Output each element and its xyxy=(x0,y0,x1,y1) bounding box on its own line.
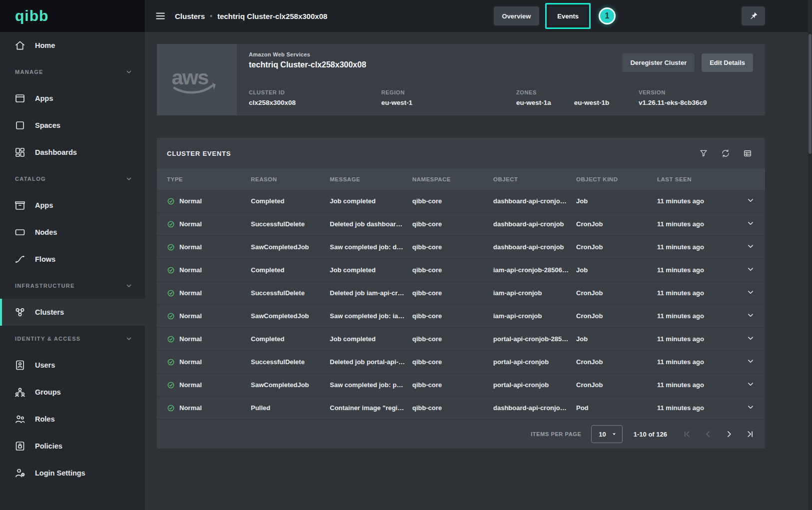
field-cluster-id: CLUSTER ID clx258x300x08 xyxy=(249,89,381,106)
event-namespace: qibb-core xyxy=(412,289,493,297)
column-header-reason[interactable]: REASON xyxy=(251,176,330,182)
cluster-card-actions: Deregister Cluster Edit Details xyxy=(622,51,753,72)
sidebar-item-apps[interactable]: Apps xyxy=(0,85,145,112)
sidebar-item-apps[interactable]: Apps xyxy=(0,192,145,219)
column-header-message[interactable]: MESSAGE xyxy=(330,176,412,182)
row-expand-chevron-icon[interactable] xyxy=(746,242,755,252)
table-row[interactable]: NormalSawCompletedJobSaw completed job: … xyxy=(157,305,765,328)
event-reason: SawCompletedJob xyxy=(251,243,330,251)
table-row[interactable]: NormalSawCompletedJobSaw completed job: … xyxy=(157,374,765,397)
field-label: VERSION xyxy=(639,89,753,95)
table-row[interactable]: NormalCompletedJob completedqibb-coreiam… xyxy=(157,259,765,282)
table-row[interactable]: NormalSuccessfulDeleteDeleted job portal… xyxy=(157,351,765,374)
sidebar-item-home[interactable]: Home xyxy=(0,32,145,59)
sidebar-item-users[interactable]: Users xyxy=(0,352,145,379)
aws-logo-text: aws xyxy=(172,66,209,89)
event-last-seen: 11 minutes ago xyxy=(657,289,732,297)
scrollbar-thumb[interactable] xyxy=(809,34,812,154)
row-expand-chevron-icon[interactable] xyxy=(746,334,755,344)
table-row[interactable]: NormalSuccessfulDeleteDeleted job dashbo… xyxy=(157,213,765,236)
event-reason: SawCompletedJob xyxy=(251,381,330,389)
breadcrumb-section[interactable]: Clusters xyxy=(175,12,205,20)
event-type: Normal xyxy=(167,197,251,205)
table-footer: ITEMS PER PAGE 10 1-10 of 126 xyxy=(157,420,765,449)
qibb-logo[interactable]: qibb xyxy=(15,7,48,24)
sidebar-section-infrastructure[interactable]: INFRASTRUCTURE xyxy=(0,273,145,299)
event-namespace: qibb-core xyxy=(412,381,493,389)
refresh-button[interactable] xyxy=(721,149,730,158)
breadcrumb-page: techtriq Cluster-clx258x300x08 xyxy=(217,12,327,20)
edit-details-button[interactable]: Edit Details xyxy=(702,53,753,72)
row-expand-chevron-icon[interactable] xyxy=(746,288,755,298)
table-row[interactable]: NormalCompletedJob completedqibb-coredas… xyxy=(157,190,765,213)
sidebar-item-spaces[interactable]: Spaces xyxy=(0,112,145,139)
sidebar-item-label: Apps xyxy=(35,201,53,209)
items-per-page-label: ITEMS PER PAGE xyxy=(531,431,581,437)
scrollbar[interactable] xyxy=(808,0,812,510)
sidebar-item-clusters[interactable]: Clusters xyxy=(0,299,145,326)
event-type: Normal xyxy=(167,266,251,274)
event-type: Normal xyxy=(167,220,251,228)
sidebar-item-flows[interactable]: Flows xyxy=(0,246,145,273)
row-expand-chevron-icon[interactable] xyxy=(746,265,755,275)
event-object-kind: CronJob xyxy=(576,358,657,366)
hamburger-icon xyxy=(155,10,166,21)
sidebar-section-identity-access[interactable]: IDENTITY & ACCESS xyxy=(0,326,145,352)
row-expand-chevron-icon[interactable] xyxy=(746,403,755,413)
pin-button[interactable] xyxy=(742,6,765,25)
sidebar-item-dashboards[interactable]: Dashboards xyxy=(0,139,145,166)
event-object-kind: Job xyxy=(576,197,657,205)
items-per-page-value: 10 xyxy=(599,431,606,438)
event-object-kind: Job xyxy=(576,266,657,274)
sidebar-item-groups[interactable]: Groups xyxy=(0,379,145,406)
sidebar-item-roles[interactable]: Roles xyxy=(0,406,145,433)
topbar: Clusters • techtriq Cluster-clx258x300x0… xyxy=(145,0,812,32)
prev-page-button[interactable] xyxy=(701,427,715,441)
sidebar-item-login-settings[interactable]: Login Settings xyxy=(0,460,145,487)
row-expand-chevron-icon[interactable] xyxy=(746,380,755,390)
column-header-object[interactable]: OBJECT xyxy=(493,176,576,182)
column-header-object-kind[interactable]: OBJECT KIND xyxy=(576,176,657,182)
sidebar-section-catalog[interactable]: CATALOG xyxy=(0,166,145,192)
tab-events[interactable]: Events xyxy=(549,6,587,25)
event-type: Normal xyxy=(167,243,251,251)
table-view-button[interactable] xyxy=(743,149,752,158)
deregister-cluster-button[interactable]: Deregister Cluster xyxy=(622,53,695,72)
next-page-button[interactable] xyxy=(722,427,736,441)
panel-toolbar xyxy=(699,149,752,158)
field-value: eu-west-1a xyxy=(516,99,551,106)
table-row[interactable]: NormalSuccessfulDeleteDeleted job iam-ap… xyxy=(157,282,765,305)
sidebar-item-nodes[interactable]: Nodes xyxy=(0,219,145,246)
row-expand-chevron-icon[interactable] xyxy=(746,219,755,229)
column-header-last-seen[interactable]: LAST SEEN xyxy=(657,176,732,182)
column-header-namespace[interactable]: NAMESPACE xyxy=(412,176,493,182)
row-expand-chevron-icon[interactable] xyxy=(746,311,755,321)
items-per-page-select[interactable]: 10 xyxy=(591,425,622,443)
check-circle-icon xyxy=(167,381,175,389)
table-row[interactable]: NormalCompletedJob completedqibb-corepor… xyxy=(157,328,765,351)
filter-button[interactable] xyxy=(699,149,708,158)
event-message: Deleted job portal-api-cro… xyxy=(330,358,412,366)
users-icon xyxy=(14,359,26,371)
provider-label: Amazon Web Services xyxy=(249,51,366,57)
tab-overview[interactable]: Overview xyxy=(494,6,540,25)
sidebar-item-policies[interactable]: Policies xyxy=(0,433,145,460)
field-label: REGION xyxy=(381,89,516,95)
event-object: iam-api-cronjob-28506750 xyxy=(493,266,576,274)
chevron-left-icon xyxy=(703,429,713,439)
row-expand-chevron-icon[interactable] xyxy=(746,196,755,206)
column-header-type[interactable]: TYPE xyxy=(167,176,251,182)
field-label: ZONES xyxy=(516,89,639,95)
event-last-seen: 11 minutes ago xyxy=(657,312,732,320)
check-circle-icon xyxy=(167,220,175,228)
sidebar-section-label: INFRASTRUCTURE xyxy=(15,283,75,289)
table-row[interactable]: NormalPulledContainer image "registry…qi… xyxy=(157,397,765,420)
catalog-apps-icon xyxy=(14,199,26,211)
sidebar-section-manage[interactable]: MANAGE xyxy=(0,59,145,85)
row-expand-chevron-icon[interactable] xyxy=(746,357,755,367)
menu-toggle-button[interactable] xyxy=(155,10,166,21)
last-page-button[interactable] xyxy=(743,427,757,441)
table-row[interactable]: NormalSawCompletedJobSaw completed job: … xyxy=(157,236,765,259)
first-page-button[interactable] xyxy=(680,427,694,441)
panel-title: CLUSTER EVENTS xyxy=(167,150,231,157)
